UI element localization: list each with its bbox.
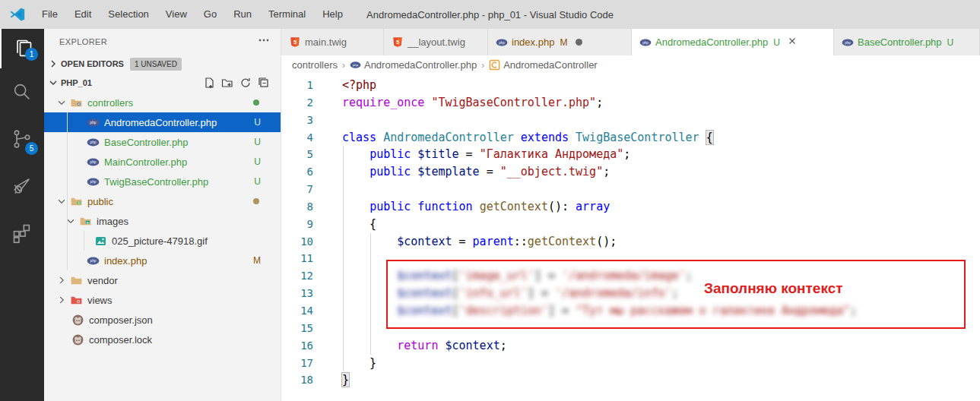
svg-text:php: php [353, 63, 359, 67]
php-icon: php [87, 116, 100, 129]
line-content: $context = parent::getContext(); [313, 233, 617, 251]
tab-andromedacontroller-php[interactable]: phpAndromedaController.phpU [632, 29, 834, 55]
activity-badge: 1 [25, 48, 38, 61]
line-number: 10 [281, 233, 313, 251]
breadcrumb-item[interactable]: AndromedaController.php [364, 59, 477, 71]
code-token [411, 200, 417, 213]
tree-item-label: MainController.php [104, 156, 187, 168]
code-token: public [369, 200, 411, 213]
code-indent-guide [370, 233, 371, 355]
tree-item-public[interactable]: public [44, 191, 281, 211]
code-token [411, 165, 417, 178]
menu-view[interactable]: View [157, 0, 195, 29]
code-token: return [397, 339, 438, 352]
tree-item-composer-lock[interactable]: composer.lock [44, 330, 281, 349]
git-folder-dot [253, 99, 259, 106]
menu-edit[interactable]: Edit [66, 0, 100, 29]
tree-item-twigbasecontroller-php[interactable]: phpTwigBaseController.phpU [44, 172, 281, 191]
menu-help[interactable]: Help [314, 0, 351, 29]
code-line: 9 { [281, 216, 980, 233]
line-number: 14 [281, 302, 313, 320]
activity-item-search[interactable] [0, 68, 44, 115]
tree-item-controllers[interactable]: controllers [44, 93, 281, 112]
tab-main-twig[interactable]: 5main.twig [281, 29, 384, 55]
tab--layout-twig[interactable]: 5__layout.twig [384, 29, 488, 55]
svg-text:php: php [845, 40, 851, 44]
code-token: ; [500, 339, 507, 352]
menu-run[interactable]: Run [225, 0, 260, 29]
twig-file-icon: 5 [289, 36, 301, 49]
refresh-icon[interactable] [239, 77, 252, 89]
matched-bracket: { [706, 131, 713, 144]
new-file-icon[interactable] [203, 77, 215, 89]
code-token [699, 131, 706, 144]
breadcrumb-separator: › [341, 60, 347, 71]
activity-item-source-control[interactable]: 5 [0, 115, 44, 163]
svg-text:php: php [90, 160, 97, 164]
workspace-root-row[interactable]: PHP_01 [44, 73, 281, 93]
svg-text:5: 5 [396, 39, 399, 46]
new-folder-icon[interactable] [221, 77, 233, 89]
image-icon [94, 235, 107, 248]
chevron-down-icon [47, 77, 59, 89]
code-token: "__object.twig" [500, 165, 603, 178]
close-icon[interactable] [784, 36, 798, 49]
code-token [342, 165, 369, 178]
code-token [569, 131, 576, 144]
code-token: AndromedaController [383, 131, 514, 144]
svg-text:php: php [642, 40, 649, 44]
code-token: (); [596, 235, 617, 248]
composer-icon [71, 333, 84, 346]
code-line: 3 [281, 112, 980, 129]
line-content [313, 181, 342, 198]
code-token: } [342, 356, 376, 370]
annotation-label: Заполняю контекст [704, 280, 843, 297]
tree-item-andromedacontroller-php[interactable]: phpAndromedaController.phpU [44, 112, 281, 132]
composer-icon [71, 314, 84, 327]
tree-item-vendor[interactable]: vendor [44, 270, 281, 290]
tree-item-label: images [97, 216, 128, 227]
code-token: class [342, 131, 376, 144]
code-line: 18} [281, 371, 980, 389]
menu-selection[interactable]: Selection [100, 0, 157, 29]
tree-item-composer-json[interactable]: composer.json [44, 310, 281, 330]
class-symbol-icon [489, 59, 500, 71]
code-token: array [576, 200, 610, 213]
activity-item-extensions[interactable] [0, 210, 44, 257]
tree-item-maincontroller-php[interactable]: phpMainController.phpU [44, 152, 281, 172]
tree-indent-guide [67, 112, 68, 270]
tree-item-views[interactable]: views [44, 290, 281, 310]
breadcrumb-item[interactable]: controllers [292, 59, 338, 71]
code-token [342, 200, 369, 213]
tab-index-php[interactable]: phpindex.phpM [488, 29, 632, 55]
code-token: $title [417, 147, 458, 161]
open-editors-section[interactable]: OPEN EDITORS 1 UNSAVED [44, 55, 281, 73]
code-editor[interactable]: 1<?php2require_once "TwigBaseController.… [281, 74, 980, 401]
tab-basecontroller-php[interactable]: phpBaseController.phpU [834, 29, 980, 55]
menu-bar: FileEditSelectionViewGoRunTerminalHelp [33, 0, 351, 29]
twig-file-icon: 5 [392, 36, 404, 49]
menu-terminal[interactable]: Terminal [260, 0, 314, 29]
breadcrumb[interactable]: controllers›phpAndromedaController.php›A… [281, 55, 980, 74]
tree-item-basecontroller-php[interactable]: phpBaseController.phpU [44, 132, 281, 152]
git-status-badge: U [254, 176, 261, 187]
tree-indent-guide [84, 231, 84, 251]
tree-item-images[interactable]: images [44, 211, 281, 231]
tree-item-label: vendor [87, 275, 118, 286]
menu-go[interactable]: Go [195, 0, 225, 29]
code-line: 17 } [281, 355, 980, 372]
tree-item-025-picture-47918-gif[interactable]: 025_picture-47918.gif [44, 231, 281, 251]
activity-item-explorer[interactable]: 1 [0, 29, 44, 68]
breadcrumb-item[interactable]: AndromedaController [503, 59, 598, 71]
git-status-badge: U [254, 156, 261, 167]
line-content: require_once "TwigBaseController.php"; [313, 94, 603, 112]
annotation-box [386, 260, 966, 329]
more-actions-icon[interactable] [258, 34, 270, 49]
tree-item-index-php[interactable]: phpindex.phpM [44, 251, 281, 270]
code-token: TwigBaseController [576, 131, 699, 144]
activity-item-run-debug[interactable] [0, 163, 44, 210]
collapse-all-icon[interactable] [258, 77, 270, 89]
chevron-down-icon [56, 97, 67, 108]
tree-item-label: views [87, 295, 113, 306]
menu-file[interactable]: File [33, 0, 66, 29]
